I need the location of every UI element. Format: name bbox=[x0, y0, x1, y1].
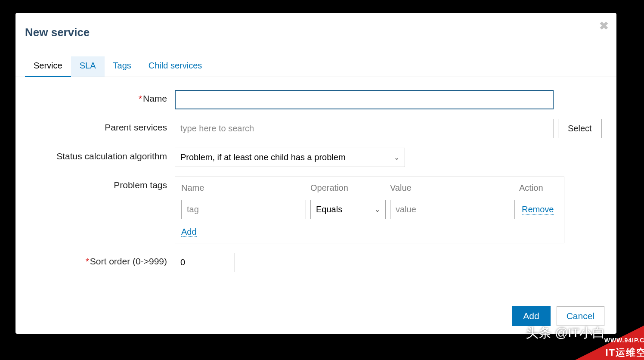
th-action: Action bbox=[519, 183, 558, 193]
label-sort-order: *Sort order (0->999) bbox=[24, 253, 175, 267]
tag-value-input[interactable] bbox=[390, 200, 515, 219]
problem-tags-header: Name Operation Value Action bbox=[181, 183, 558, 193]
add-tag-link[interactable]: Add bbox=[181, 227, 197, 237]
remove-tag-link[interactable]: Remove bbox=[522, 205, 554, 215]
watermark-line2: IT运维空间 bbox=[605, 346, 644, 359]
row-algorithm: Status calculation algorithm Problem, if… bbox=[24, 148, 608, 167]
problem-tags-box: Name Operation Value Action Equals ⌄ Rem… bbox=[175, 177, 564, 243]
tag-name-input[interactable] bbox=[181, 200, 306, 219]
tab-sla[interactable]: SLA bbox=[71, 56, 105, 77]
row-parent-services: Parent services Select bbox=[24, 119, 608, 138]
th-name: Name bbox=[181, 183, 310, 193]
tabs: Service SLA Tags Child services bbox=[15, 56, 616, 77]
th-value: Value bbox=[390, 183, 519, 193]
row-name: *Name bbox=[24, 90, 608, 109]
watermark-line1: WWW.94IP.COM bbox=[604, 337, 644, 344]
select-button[interactable]: Select bbox=[558, 119, 602, 138]
problem-tag-row: Equals ⌄ Remove bbox=[181, 200, 558, 219]
label-problem-tags: Problem tags bbox=[24, 177, 175, 190]
operation-value: Equals bbox=[316, 205, 342, 214]
label-algorithm: Status calculation algorithm bbox=[24, 148, 175, 161]
th-operation: Operation bbox=[310, 183, 390, 193]
required-marker: * bbox=[86, 256, 89, 266]
form: *Name Parent services Select Status calc… bbox=[15, 77, 616, 295]
required-marker: * bbox=[139, 93, 142, 103]
chevron-down-icon: ⌄ bbox=[375, 205, 380, 214]
label-name: *Name bbox=[24, 90, 175, 104]
parent-services-input[interactable] bbox=[175, 119, 554, 138]
add-button[interactable]: Add bbox=[512, 306, 550, 326]
algorithm-dropdown[interactable]: Problem, if at least one child has a pro… bbox=[175, 148, 405, 167]
row-problem-tags: Problem tags Name Operation Value Action… bbox=[24, 177, 608, 243]
sort-order-input[interactable] bbox=[175, 253, 235, 272]
new-service-modal: ✖ New service Service SLA Tags Child ser… bbox=[15, 13, 616, 334]
tab-service[interactable]: Service bbox=[25, 56, 71, 77]
tab-child-services[interactable]: Child services bbox=[140, 56, 211, 77]
tag-operation-dropdown[interactable]: Equals ⌄ bbox=[310, 200, 386, 219]
cancel-button[interactable]: Cancel bbox=[557, 306, 604, 326]
row-sort-order: *Sort order (0->999) bbox=[24, 253, 608, 272]
modal-title: New service bbox=[15, 13, 616, 39]
tab-tags[interactable]: Tags bbox=[105, 56, 140, 77]
chevron-down-icon: ⌄ bbox=[394, 153, 399, 161]
close-icon[interactable]: ✖ bbox=[599, 22, 608, 30]
modal-footer: Add Cancel bbox=[512, 306, 604, 326]
name-input[interactable] bbox=[175, 90, 554, 109]
algorithm-value: Problem, if at least one child has a pro… bbox=[180, 152, 346, 162]
label-parent-services: Parent services bbox=[24, 119, 175, 133]
